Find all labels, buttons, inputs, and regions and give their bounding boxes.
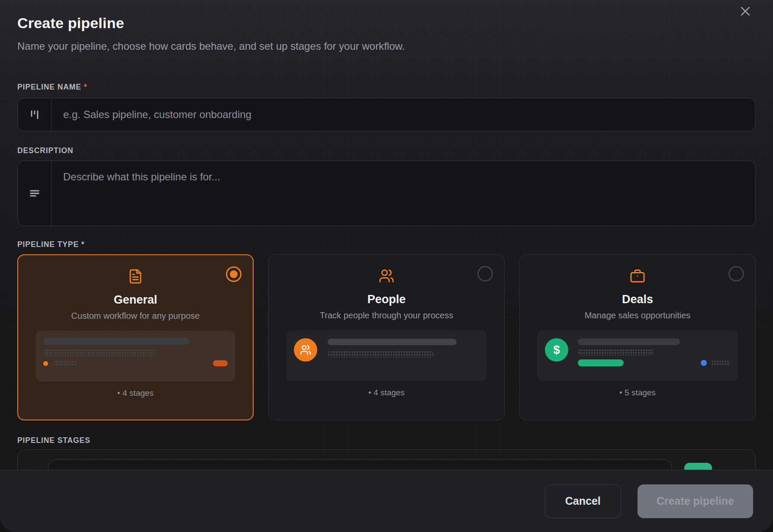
modal-footer: Cancel Create pipeline <box>0 470 773 532</box>
skeleton-bar <box>578 349 654 356</box>
modal-content: Create pipeline Name your pipeline, choo… <box>0 0 773 470</box>
dollar-avatar: $ <box>545 338 568 362</box>
skeleton-row <box>578 359 730 366</box>
briefcase-icon <box>520 268 755 284</box>
users-icon <box>269 268 504 284</box>
align-left-icon <box>18 161 52 226</box>
close-icon <box>739 5 752 18</box>
radio-deals[interactable] <box>728 266 744 282</box>
card-description: Custom workflow for any purpose <box>18 311 253 321</box>
skeleton-bar <box>578 339 680 345</box>
stage-row <box>17 449 756 470</box>
skeleton-row <box>43 360 228 366</box>
skeleton-bar <box>43 338 189 345</box>
modal-subtitle: Name your pipeline, choose how cards beh… <box>17 40 756 52</box>
skeleton-bar <box>328 339 457 345</box>
skeleton-bar <box>43 349 156 356</box>
card-stage-count: • 4 stages <box>18 388 253 398</box>
pipeline-type-options: General Custom workflow for any purpose … <box>17 254 756 420</box>
description-field <box>17 160 756 226</box>
skeleton-bar <box>328 351 434 357</box>
description-input[interactable] <box>52 161 755 226</box>
description-label-text: DESCRIPTION <box>17 146 74 155</box>
required-asterisk: * <box>84 83 87 91</box>
card-title: People <box>269 293 504 306</box>
pipeline-name-field <box>17 98 756 131</box>
pipeline-type-card-general[interactable]: General Custom workflow for any purpose … <box>17 254 254 420</box>
pipeline-stages-label: PIPELINE STAGES <box>17 436 756 445</box>
description-label: DESCRIPTION <box>17 146 756 155</box>
card-preview-deals: $ <box>537 330 738 381</box>
skeleton-bar <box>711 360 730 366</box>
card-title: Deals <box>520 293 755 306</box>
skeleton-bar <box>53 361 77 366</box>
pipeline-type-card-people[interactable]: People Track people through your process… <box>268 254 505 420</box>
page-title: Create pipeline <box>17 15 756 32</box>
pipeline-type-card-deals[interactable]: Deals Manage sales opportunities $ <box>519 254 756 420</box>
blue-dot <box>701 360 707 366</box>
stage-color-button[interactable] <box>684 463 712 470</box>
orange-pill <box>213 360 228 366</box>
card-stage-count: • 4 stages <box>269 388 504 397</box>
card-preview-people <box>286 330 487 381</box>
skeleton-column <box>578 339 730 366</box>
modal-header: Create pipeline Name your pipeline, choo… <box>17 0 756 52</box>
create-pipeline-modal: Create pipeline Name your pipeline, choo… <box>0 0 773 532</box>
cancel-button[interactable]: Cancel <box>545 484 621 518</box>
dollar-sign-icon: $ <box>553 344 560 356</box>
file-text-icon <box>18 269 253 284</box>
close-button[interactable] <box>736 2 755 21</box>
radio-general-selected[interactable] <box>226 266 242 282</box>
radio-people[interactable] <box>477 266 493 282</box>
pipeline-name-label-text: PIPELINE NAME <box>17 83 81 91</box>
pipeline-name-input[interactable] <box>52 98 755 131</box>
pipeline-type-label: PIPELINE TYPE * <box>17 240 756 249</box>
card-stage-count: • 5 stages <box>520 388 755 397</box>
create-pipeline-button[interactable]: Create pipeline <box>638 484 753 518</box>
pipeline-name-label: PIPELINE NAME* <box>17 83 756 92</box>
green-progress-bar <box>578 359 624 366</box>
person-avatar <box>294 338 317 362</box>
stage-name-input[interactable] <box>48 459 672 470</box>
card-title: General <box>18 293 253 307</box>
card-description: Track people through your process <box>269 311 504 320</box>
card-description: Manage sales opportunities <box>520 311 755 320</box>
skeleton-column <box>328 339 479 357</box>
orange-dot <box>43 361 48 366</box>
card-preview-general <box>35 330 235 381</box>
kanban-icon <box>18 98 52 131</box>
